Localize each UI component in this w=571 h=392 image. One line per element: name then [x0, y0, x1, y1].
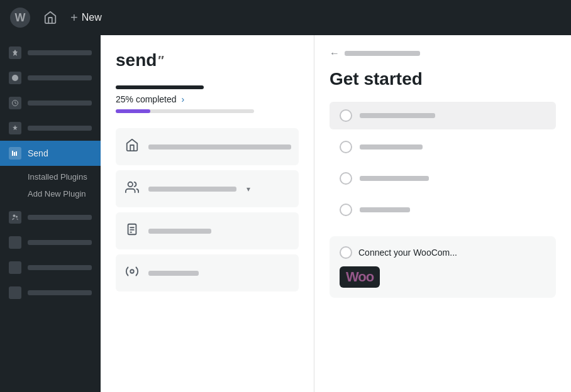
sidebar-item-pin[interactable]: [0, 116, 101, 141]
radio-label-1: [360, 113, 435, 118]
home-icon[interactable]: [40, 8, 60, 28]
sidebar-item-users-label: [28, 215, 92, 220]
send-logo: send″: [116, 50, 299, 70]
send-icon: [9, 147, 21, 160]
content-area: send″ 25% completed ›: [101, 35, 571, 392]
clock-icon: [9, 97, 21, 109]
radio-label-2: [360, 144, 423, 150]
sidebar-item-layers2[interactable]: [0, 280, 101, 305]
progress-label: 25% completed: [116, 94, 177, 104]
sidebar-submenu-installed-plugins[interactable]: Installed Plugins: [0, 168, 101, 185]
radio-circle-3: [340, 172, 352, 185]
sidebar-item-rocket[interactable]: [0, 40, 101, 65]
users-icon: [9, 211, 21, 224]
sidebar-item-palette-label: [28, 75, 92, 80]
send-logo-text: send: [116, 50, 157, 70]
menu-item-home-label: [148, 144, 291, 150]
home-menu-icon: [123, 138, 141, 155]
forms-icon: [123, 222, 141, 239]
progress-section: 25% completed ›: [116, 85, 299, 113]
menu-item-forms[interactable]: [116, 212, 299, 249]
radio-circle-4: [340, 204, 352, 216]
sidebar-item-pin-label: [28, 126, 92, 131]
back-arrow-icon[interactable]: ←: [330, 48, 340, 59]
contacts-chevron-icon: ▾: [247, 185, 250, 193]
radio-list: [330, 102, 556, 224]
svg-point-5: [13, 215, 16, 217]
menu-item-forms-label: [148, 229, 211, 234]
progress-chevron-icon[interactable]: ›: [182, 94, 185, 104]
sidebar-item-send[interactable]: Send: [0, 141, 101, 166]
palette-icon: [9, 72, 21, 84]
layers1-icon: [9, 261, 21, 274]
admin-bar: W + New: [0, 0, 571, 35]
progress-row: 25% completed ›: [116, 94, 299, 104]
radio-item-2[interactable]: [330, 133, 556, 161]
woo-connect-row: Connect your WooCom...: [340, 246, 546, 259]
sidebar-submenu: Installed Plugins Add New Plugin: [0, 166, 101, 205]
sidebar-item-clock[interactable]: [0, 90, 101, 116]
svg-point-6: [16, 216, 18, 218]
right-panel: ← Get started: [314, 35, 571, 392]
sidebar-item-clock-label: [28, 101, 92, 106]
svg-rect-4: [16, 151, 17, 156]
sidebar-item-layers1[interactable]: [0, 255, 101, 280]
plus-icon: +: [70, 11, 78, 25]
svg-rect-2: [12, 151, 13, 156]
new-menu[interactable]: + New: [70, 11, 102, 25]
svg-point-12: [130, 270, 134, 273]
menu-item-campaigns[interactable]: [116, 254, 299, 291]
sidebar-item-users[interactable]: [0, 205, 101, 230]
radio-label-3: [360, 176, 429, 181]
sidebar-item-grid-label: [28, 240, 92, 245]
radio-label-4: [360, 207, 410, 212]
layers2-icon: [9, 286, 21, 299]
radio-item-1[interactable]: [330, 102, 556, 129]
sidebar-item-rocket-label: [28, 50, 92, 55]
sidebar-item-palette[interactable]: [0, 65, 101, 90]
radio-item-4[interactable]: [330, 196, 556, 224]
svg-rect-3: [14, 152, 15, 156]
progress-bar-fill: [116, 109, 150, 113]
sidebar: Send Installed Plugins Add New Plugin: [0, 35, 101, 392]
pin-icon: [9, 122, 21, 134]
new-label: New: [82, 12, 102, 23]
menu-item-home[interactable]: [116, 128, 299, 165]
radio-circle-2: [340, 141, 352, 153]
woo-logo: Woo: [340, 266, 380, 288]
radio-item-3[interactable]: [330, 165, 556, 192]
back-bar: [345, 51, 420, 56]
woo-section: Connect your WooCom... Woo: [330, 236, 556, 298]
grid-icon: [9, 236, 21, 249]
rocket-icon: [9, 46, 21, 59]
sidebar-item-send-label: Send: [28, 148, 48, 158]
get-started-title: Get started: [330, 69, 556, 89]
sidebar-item-layers2-label: [28, 290, 92, 295]
menu-item-campaigns-label: [148, 271, 199, 276]
back-nav: ←: [330, 48, 556, 59]
menu-item-contacts-label: [148, 187, 236, 192]
progress-track-dark: [116, 85, 204, 89]
menu-item-contacts[interactable]: ▾: [116, 170, 299, 207]
sidebar-submenu-add-new-plugin[interactable]: Add New Plugin: [0, 185, 101, 202]
main-panel: send″ 25% completed ›: [101, 35, 314, 392]
woo-connect-text: Connect your WooCom...: [358, 248, 457, 258]
svg-point-7: [128, 182, 133, 187]
send-logo-suffix: ″: [158, 53, 164, 68]
sidebar-item-layers1-label: [28, 265, 92, 270]
main-layout: Send Installed Plugins Add New Plugin: [0, 35, 571, 392]
woo-radio-circle: [340, 246, 352, 259]
campaigns-icon: [123, 264, 141, 281]
woo-logo-text: Woo: [346, 269, 374, 285]
progress-bar-container: [116, 109, 254, 113]
wp-logo[interactable]: W: [10, 8, 30, 28]
radio-circle-1: [340, 109, 352, 122]
svg-point-0: [12, 75, 18, 81]
sidebar-item-grid[interactable]: [0, 230, 101, 255]
contacts-icon: [123, 180, 141, 197]
